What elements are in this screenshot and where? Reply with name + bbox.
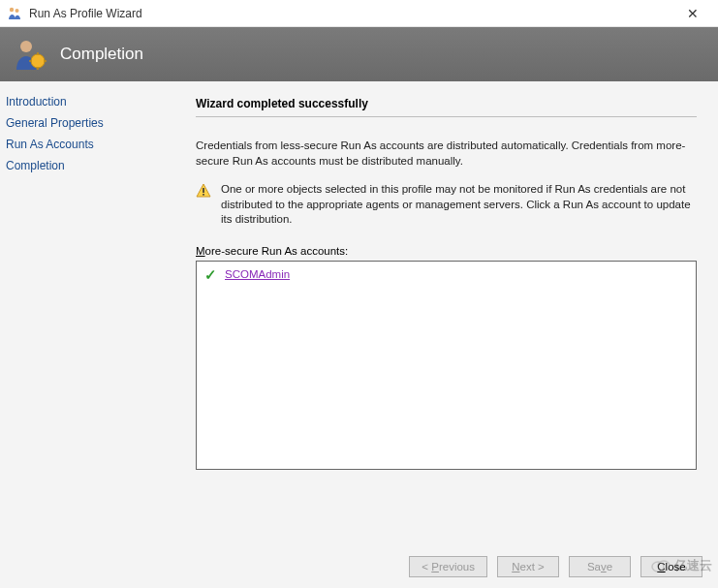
close-wizard-button[interactable]: Close <box>640 556 702 577</box>
app-icon <box>6 5 23 22</box>
svg-point-2 <box>20 41 32 52</box>
window-title: Run As Profile Wizard <box>29 7 142 20</box>
page-heading: Wizard completed successfully <box>196 97 697 117</box>
account-row: ✓ SCOMAdmin <box>204 267 688 282</box>
svg-rect-8 <box>203 188 204 193</box>
save-button: Save <box>569 556 631 577</box>
checkmark-icon: ✓ <box>204 267 217 282</box>
sidebar-item-general-properties[interactable]: General Properties <box>6 112 172 134</box>
sidebar: Introduction General Properties Run As A… <box>0 81 178 544</box>
banner-title: Completion <box>60 45 143 64</box>
svg-point-0 <box>10 7 14 11</box>
sidebar-item-completion[interactable]: Completion <box>6 155 172 176</box>
warning-row: One or more objects selected in this pro… <box>196 182 697 228</box>
svg-point-1 <box>16 9 19 13</box>
accounts-listbox[interactable]: ✓ SCOMAdmin <box>196 261 697 470</box>
titlebar: Run As Profile Wizard ✕ <box>0 0 718 27</box>
svg-rect-9 <box>203 194 204 196</box>
wizard-body: Introduction General Properties Run As A… <box>0 81 718 544</box>
description-text: Credentials from less-secure Run As acco… <box>196 139 697 169</box>
banner-icon <box>14 38 47 71</box>
next-button: Next > <box>497 556 559 577</box>
content-pane: Wizard completed successfully Credential… <box>178 81 718 544</box>
accounts-list-label: More-secure Run As accounts: <box>196 245 697 257</box>
previous-button: < Previous <box>409 556 487 577</box>
banner: Completion <box>0 27 718 81</box>
sidebar-item-run-as-accounts[interactable]: Run As Accounts <box>6 134 172 155</box>
warning-icon <box>196 183 211 199</box>
svg-point-3 <box>31 54 45 68</box>
account-link[interactable]: SCOMAdmin <box>225 268 290 280</box>
footer: < Previous Next > Save Close <box>0 544 718 588</box>
close-button[interactable]: ✕ <box>673 6 712 21</box>
sidebar-item-introduction[interactable]: Introduction <box>6 91 172 112</box>
warning-text: One or more objects selected in this pro… <box>221 182 697 228</box>
